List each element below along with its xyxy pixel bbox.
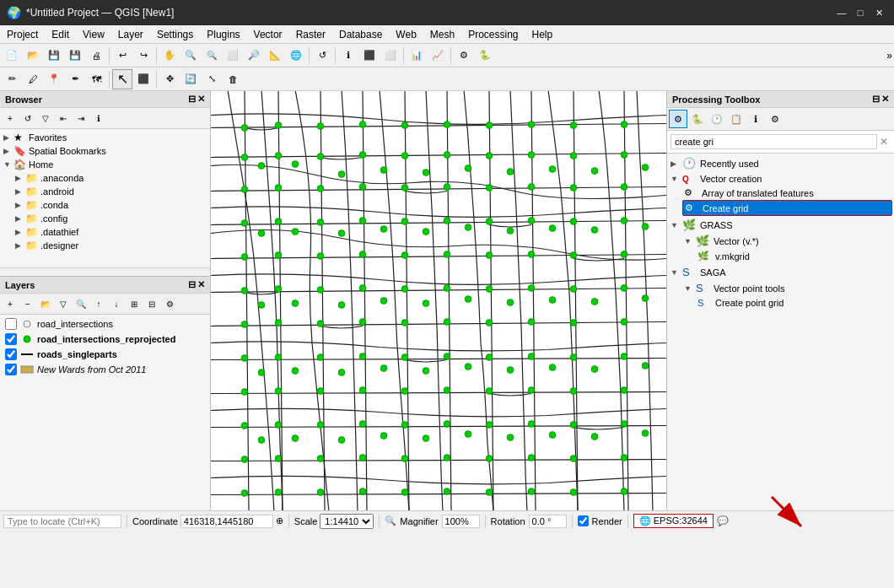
python-button[interactable]: 🐍 (475, 46, 495, 66)
move-button[interactable]: ✥ (159, 69, 180, 89)
locate-input[interactable] (3, 515, 121, 528)
layer-road-intersections-checkbox[interactable] (5, 318, 17, 330)
toolbox-recently-used-header[interactable]: ▶ 🕐 Recently used (669, 155, 892, 171)
toolbox-tab-history[interactable]: 🕐 (708, 110, 726, 128)
layers-up-button[interactable]: ↑ (90, 295, 107, 312)
statistics-button[interactable]: 📈 (428, 46, 448, 66)
layers-open-button[interactable]: 📂 (37, 295, 54, 312)
toolbox-grass-header[interactable]: ▼ 🌿 GRASS (669, 217, 892, 233)
toolbox-search-input[interactable] (670, 134, 877, 149)
toolbox-item-array-of-translated[interactable]: ⚙ Array of translated features (682, 186, 892, 200)
identify-button[interactable]: ℹ (338, 46, 358, 66)
digitize-btn5[interactable]: 🗺 (86, 69, 106, 89)
browser-spatial-bookmarks[interactable]: ▶ 🔖 Spatial Bookmarks (2, 144, 208, 158)
browser-filter-button[interactable]: ▽ (37, 110, 54, 127)
toolbox-item-create-grid[interactable]: ⚙ Create grid (682, 200, 892, 216)
search-clear-button[interactable]: ✕ (877, 135, 891, 148)
rotate-button[interactable]: 🔄 (180, 69, 201, 89)
zoom-layer-button[interactable]: 📐 (265, 46, 285, 66)
browser-expand-button[interactable]: ⇥ (73, 110, 89, 127)
layers-remove-button[interactable]: − (19, 295, 36, 312)
menu-processing[interactable]: Processing (461, 27, 525, 42)
zoom-out-button[interactable]: 🔍 (202, 46, 222, 66)
zoom-rubber-button[interactable]: ⬜ (223, 46, 243, 66)
toolbox-vector-creation-header[interactable]: ▼ Q Vector creation (669, 172, 892, 186)
layers-settings-button[interactable]: ⚙ (161, 295, 178, 312)
layers-collapse-button[interactable]: ⊟ (143, 295, 160, 312)
layer-reprojected-checkbox[interactable] (5, 333, 17, 345)
toolbox-tab-tools[interactable]: ⚙ (669, 110, 687, 128)
print-button[interactable]: 🖨 (86, 46, 106, 66)
undo-button[interactable]: ↩ (112, 46, 132, 66)
select-rect-button[interactable]: ⬛ (133, 69, 153, 89)
close-button[interactable]: ✕ (870, 4, 887, 21)
toolbox-tab-python[interactable]: 🐍 (688, 110, 707, 128)
toolbox-close-button[interactable]: ✕ (881, 94, 889, 105)
menu-database[interactable]: Database (332, 27, 389, 42)
toolbox-tab-options[interactable]: ⚙ (766, 110, 784, 128)
browser-designer[interactable]: ▶ 📁 .designer (13, 239, 208, 252)
browser-float-button[interactable]: ⊟ (188, 94, 196, 105)
browser-home[interactable]: ▼ 🏠 Home (2, 158, 208, 171)
select-button[interactable]: ⬛ (359, 46, 380, 66)
menu-web[interactable]: Web (389, 27, 423, 42)
browser-config[interactable]: ▶ 📁 .config (13, 212, 208, 225)
redo-button[interactable]: ↪ (133, 46, 153, 66)
toolbox-float-button[interactable]: ⊟ (872, 94, 880, 105)
open-button[interactable]: 📂 (23, 46, 43, 66)
zoom-feature-button[interactable]: 🔎 (244, 46, 264, 66)
maximize-button[interactable]: □ (852, 4, 869, 21)
scale-button[interactable]: ⤡ (202, 69, 222, 89)
layers-float-button[interactable]: ⊟ (188, 279, 196, 290)
select-arrow-button[interactable]: ↖ (112, 69, 132, 89)
digitize-btn4[interactable]: ✒ (65, 69, 85, 89)
deselect-button[interactable]: ⬜ (380, 46, 401, 66)
digitize-btn2[interactable]: 🖊 (23, 69, 43, 89)
messages-icon[interactable]: 💬 (717, 515, 729, 526)
browser-favorites[interactable]: ▶ ★ Favorites (2, 131, 208, 144)
browser-datathief[interactable]: ▶ 📁 .datathief (13, 225, 208, 239)
digitize-btn3[interactable]: 📍 (44, 69, 64, 89)
menu-vector[interactable]: Vector (247, 27, 289, 42)
menu-mesh[interactable]: Mesh (423, 27, 461, 42)
menu-plugins[interactable]: Plugins (200, 27, 246, 42)
browser-add-button[interactable]: + (2, 110, 19, 127)
layer-roads-singleparts[interactable]: roads_singleparts (2, 347, 208, 362)
attribute-table-button[interactable]: 📊 (407, 46, 427, 66)
processing-toolbox-button[interactable]: ⚙ (454, 46, 474, 66)
toolbox-tab-info[interactable]: ℹ (746, 110, 765, 128)
crs-badge[interactable]: 🌐 EPSG:32644 (633, 514, 714, 528)
toolbar-expand[interactable]: » (886, 50, 892, 62)
toolbox-vector-v-header[interactable]: ▼ 🌿 Vector (v.*) (682, 233, 892, 249)
zoom-in-button[interactable]: 🔍 (180, 46, 201, 66)
delete-button[interactable]: 🗑 (223, 69, 243, 89)
menu-raster[interactable]: Raster (289, 27, 332, 42)
save-button[interactable]: 💾 (44, 46, 64, 66)
zoom-full-button[interactable]: 🌐 (286, 46, 306, 66)
layer-new-wards-checkbox[interactable] (5, 364, 17, 375)
browser-close-button[interactable]: ✕ (197, 94, 205, 105)
toggle-edit-button[interactable]: ✏ (2, 69, 22, 89)
toolbox-item-create-point-grid[interactable]: S Create point grid (696, 296, 892, 310)
browser-conda[interactable]: ▶ 📁 .conda (13, 198, 208, 212)
new-project-button[interactable]: 📄 (2, 46, 22, 66)
refresh-button[interactable]: ↺ (312, 46, 332, 66)
menu-layer[interactable]: Layer (111, 27, 150, 42)
menu-help[interactable]: Help (525, 27, 560, 42)
toolbox-vector-point-header[interactable]: ▼ S Vector point tools (682, 280, 892, 296)
menu-settings[interactable]: Settings (150, 27, 200, 42)
layer-road-intersections-reprojected[interactable]: road_intersections_reprojected (2, 332, 208, 347)
map-canvas[interactable] (211, 91, 666, 510)
rotation-input[interactable] (529, 515, 567, 528)
layers-search-button[interactable]: 🔍 (73, 295, 89, 312)
browser-refresh-button[interactable]: ↺ (19, 110, 36, 127)
scale-select[interactable]: 1:14410 (320, 514, 374, 529)
menu-project[interactable]: Project (0, 27, 45, 42)
layer-singleparts-checkbox[interactable] (5, 348, 17, 360)
layers-close-button[interactable]: ✕ (197, 279, 205, 290)
browser-anaconda[interactable]: ▶ 📁 .anaconda (13, 171, 208, 185)
browser-info-button[interactable]: ℹ (90, 110, 107, 127)
menu-view[interactable]: View (76, 27, 111, 42)
browser-android[interactable]: ▶ 📁 .android (13, 185, 208, 198)
toolbox-tab-results[interactable]: 📋 (727, 110, 746, 128)
